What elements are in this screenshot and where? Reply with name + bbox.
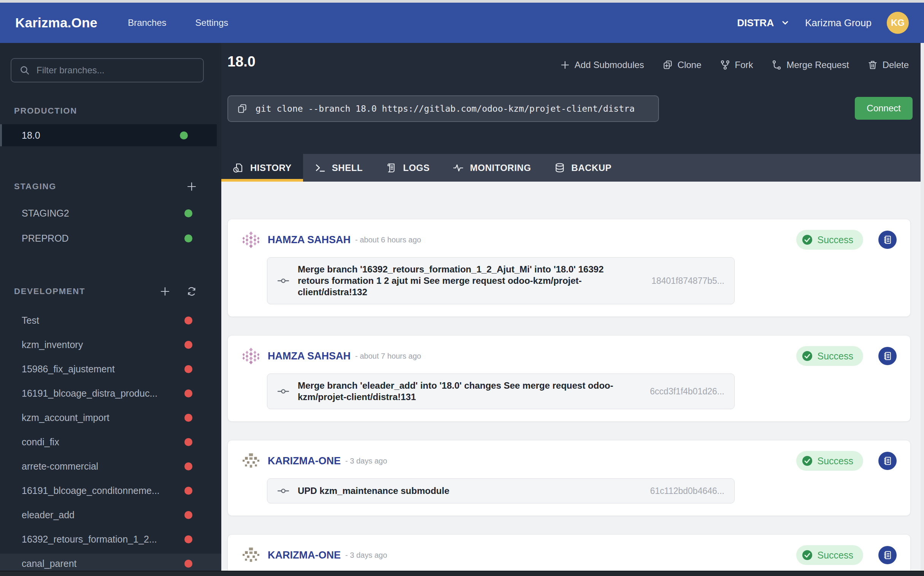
branch-tabbar: HISTORY SHELL LOGS MONITORING	[221, 154, 924, 182]
commit-author-name[interactable]: KARIZMA-ONE	[268, 549, 341, 561]
build-log-button[interactable]	[878, 546, 897, 564]
action-label: Delete	[882, 60, 909, 70]
sidebar-branch-row[interactable]: arrete-commercial	[0, 456, 221, 476]
branch-status-dot	[184, 535, 192, 543]
build-status-badge: Success	[796, 346, 863, 366]
sidebar-branch-row[interactable]: condi_fix	[0, 432, 221, 452]
sidebar-branch-row[interactable]: STAGING2	[0, 203, 221, 223]
app-logo[interactable]: Karizma.One	[15, 15, 97, 30]
clone-icon	[663, 60, 673, 70]
fork-button[interactable]: Fork	[720, 60, 753, 70]
delete-button[interactable]: Delete	[867, 60, 909, 70]
add-development-branch-icon[interactable]	[160, 286, 170, 297]
commit-card: KARIZMA-ONE - 3 days ago Success Add sub…	[228, 534, 911, 576]
tab-label: SHELL	[332, 163, 363, 173]
sidebar-branch-row[interactable]: eleader_add	[0, 505, 221, 525]
nav-item-settings[interactable]: Settings	[196, 18, 229, 28]
branch-actions: Add Submodules Clone Fork	[560, 60, 909, 70]
commit-message-box[interactable]: Merge branch 'eleader_add' into '18.0' c…	[267, 373, 735, 409]
build-log-button[interactable]	[878, 452, 897, 470]
tab-label: BACKUP	[571, 163, 612, 173]
user-avatar[interactable]: KG	[887, 12, 909, 34]
sidebar-branch-row[interactable]: 15986_fix_ajustement	[0, 359, 221, 379]
refresh-branches-icon[interactable]	[186, 286, 197, 297]
build-status-text: Success	[818, 456, 853, 467]
commit-message-box[interactable]: UPD kzm_maintenance submodule 61c112bd0b…	[267, 478, 735, 504]
commit-timestamp: - about 6 hours ago	[355, 235, 421, 244]
add-submodules-button[interactable]: Add Submodules	[560, 60, 644, 70]
commit-hash[interactable]: 61c112bd0b4646...	[650, 486, 724, 496]
branch-name: Test	[22, 315, 39, 326]
branch-name: 16392_retours_formation_1_2...	[22, 534, 157, 545]
branch-status-dot	[180, 131, 188, 139]
branch-status-dot	[184, 511, 192, 519]
sidebar-branch-row[interactable]: 16392_retours_formation_1_2...	[0, 529, 221, 549]
commit-author-name[interactable]: KARIZMA-ONE	[268, 455, 341, 467]
nav-item-branches[interactable]: Branches	[128, 18, 166, 28]
git-clone-command-box[interactable]: git clone --branch 18.0 https://gitlab.c…	[228, 95, 659, 122]
action-label: Fork	[735, 60, 753, 70]
clone-row: git clone --branch 18.0 https://gitlab.c…	[228, 95, 913, 122]
tab-label: HISTORY	[250, 163, 292, 173]
commit-icon	[277, 385, 289, 397]
commit-message-box[interactable]: Merge branch '16392_retours_formation_1_…	[267, 257, 735, 304]
filter-branches-input[interactable]	[37, 65, 195, 75]
tab-monitoring[interactable]: MONITORING	[441, 154, 542, 182]
filter-branches-box[interactable]	[11, 58, 204, 82]
sidebar-branch-row[interactable]: 16191_blcoage_distra_produc...	[0, 383, 221, 403]
sidebar-branch-row[interactable]: 18.0	[0, 124, 217, 146]
branch-name: kzm_inventory	[22, 339, 83, 350]
branch-name: condi_fix	[22, 437, 59, 448]
tab-shell[interactable]: SHELL	[303, 154, 374, 182]
fork-icon	[720, 60, 730, 70]
sidebar-branch-row[interactable]: Test	[0, 310, 221, 330]
copy-icon[interactable]	[236, 103, 248, 114]
branch-status-dot	[184, 438, 192, 446]
connect-button[interactable]: Connect	[855, 97, 913, 120]
commit-hash[interactable]: 6ccd3f1f4b01d26...	[650, 386, 724, 397]
nav-links: Branches Settings	[128, 18, 228, 28]
action-label: Add Submodules	[574, 60, 644, 70]
pulse-icon	[452, 162, 464, 174]
build-log-button[interactable]	[878, 230, 897, 249]
build-status-badge: Success	[796, 451, 863, 471]
commit-card: HAMZA SAHSAH - about 6 hours ago Success…	[228, 219, 911, 317]
check-circle-icon	[802, 455, 813, 467]
branch-name: 16191_blcoage_conditonneme...	[22, 485, 160, 496]
project-name: DISTRA	[737, 17, 774, 29]
tab-history[interactable]: HISTORY	[221, 154, 303, 182]
commit-author-avatar	[242, 230, 260, 249]
add-staging-branch-icon[interactable]	[186, 181, 197, 192]
tab-backup[interactable]: BACKUP	[542, 154, 623, 182]
merge-request-button[interactable]: Merge Request	[772, 60, 849, 70]
commit-author-name[interactable]: HAMZA SAHSAH	[268, 350, 351, 362]
project-switcher[interactable]: DISTRA	[737, 17, 790, 29]
history-content: HAMZA SAHSAH - about 6 hours ago Success…	[221, 182, 924, 576]
app-window: Karizma.One Branches Settings DISTRA Kar…	[0, 0, 924, 576]
commit-author-avatar	[242, 452, 260, 470]
branch-name: 16191_blcoage_distra_produc...	[22, 388, 157, 399]
branch-name: STAGING2	[22, 208, 69, 219]
commit-card-header: HAMZA SAHSAH - about 7 hours ago Success	[242, 346, 897, 366]
sidebar-branch-row[interactable]: kzm_account_import	[0, 408, 221, 427]
sidebar-branch-row[interactable]: canal_parent	[0, 554, 221, 571]
check-circle-icon	[802, 549, 813, 561]
commit-hash[interactable]: 18401f874877b5...	[651, 276, 724, 286]
branch-name: kzm_account_import	[22, 412, 109, 423]
commit-timestamp: - about 7 hours ago	[355, 352, 421, 360]
tab-logs[interactable]: LOGS	[374, 154, 441, 182]
branch-status-dot	[184, 234, 192, 242]
sidebar-branch-row[interactable]: PREPROD	[0, 228, 221, 248]
chevron-down-icon	[781, 18, 790, 27]
section-development-label: DEVELOPMENT	[14, 286, 85, 296]
commit-card: HAMZA SAHSAH - about 7 hours ago Success…	[228, 335, 911, 422]
branch-name: arrete-commercial	[22, 461, 98, 472]
scrollbar-gutter[interactable]	[921, 43, 924, 571]
commit-author-name[interactable]: HAMZA SAHSAH	[268, 234, 351, 246]
build-log-button[interactable]	[878, 347, 897, 365]
sidebar-branch-row[interactable]: 16191_blcoage_conditonneme...	[0, 481, 221, 501]
commit-message: UPD kzm_maintenance submodule	[298, 485, 449, 497]
sidebar-branch-row[interactable]: kzm_inventory	[0, 335, 221, 355]
branch-status-dot	[184, 365, 192, 373]
clone-button[interactable]: Clone	[663, 60, 701, 70]
